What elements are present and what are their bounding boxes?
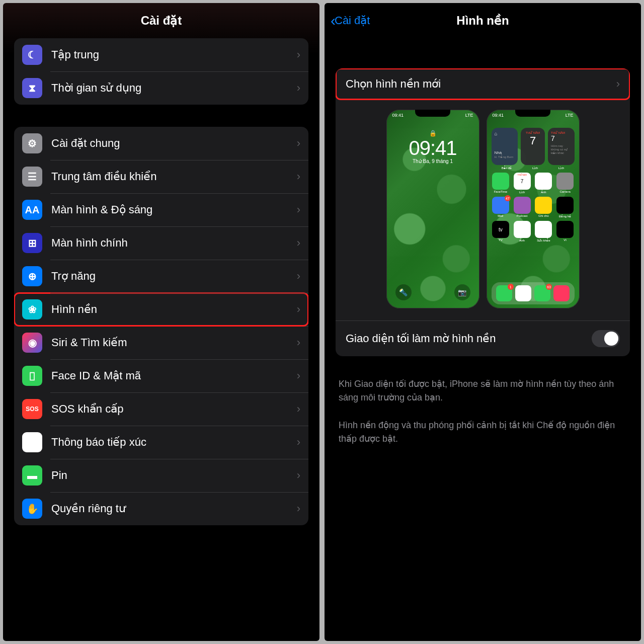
settings-row-pin[interactable]: ▬Pin› — [14, 459, 308, 492]
chevron-right-icon: › — [297, 502, 300, 515]
app-mail: 47Mail — [492, 197, 510, 218]
dock-app-messages: 63 — [534, 285, 550, 301]
back-label: Cài đặt — [335, 14, 370, 27]
chevron-right-icon: › — [297, 469, 300, 482]
dock-app-safari — [515, 285, 531, 301]
home-content: ⌂ Nhà H. Trảng Bom THỨ NĂM 7 THỨ NĂM 7 — [487, 110, 580, 308]
app-ghi chú: Ghi chú — [534, 197, 553, 218]
chevron-right-icon: › — [297, 48, 300, 61]
row-label: Trợ năng — [51, 270, 297, 283]
page-title: Hình nền — [456, 14, 509, 28]
chevron-right-icon: › — [297, 137, 300, 150]
map-widget: ⌂ Nhà H. Trảng Bom — [492, 128, 518, 165]
chevron-right-icon: › — [297, 369, 300, 382]
row-label: Cài đặt chung — [51, 137, 297, 150]
toggles-icon: ☰ — [22, 167, 42, 187]
hourglass-icon: ⧗ — [22, 78, 42, 98]
page-title: Cài đặt — [141, 14, 182, 28]
grid-icon: ⊞ — [22, 233, 42, 253]
lock-bottom-controls: 🔦 📷 — [386, 284, 479, 300]
settings-content[interactable]: ☾Tập trung›⧗Thời gian sử dụng› ⚙Cài đặt … — [3, 38, 319, 641]
row-label: SOS khẩn cấp — [51, 403, 297, 416]
settings-row-siri-t-m-ki-m[interactable]: ◉Siri & Tìm kiếm› — [14, 326, 308, 359]
back-button[interactable]: ‹ Cài đặt — [331, 12, 370, 29]
footer-text-2: Hình nền động và thu phóng phối cảnh bị … — [336, 412, 630, 453]
lock-screen-preview[interactable]: 09:41LTE 🔒 09:41 Thứ Ba, 9 tháng 1 🔦 📷 — [386, 110, 479, 308]
app-ảnh: Ảnh — [513, 221, 531, 242]
row-label: Quyền riêng tư — [51, 502, 297, 515]
calendar-widget: THỨ NĂM 7 — [521, 128, 545, 165]
header: ‹ Cài đặt Hình nền — [325, 3, 641, 38]
hand-icon: ✋ — [22, 499, 42, 519]
settings-row-th-i-gian-s-d-ng[interactable]: ⧗Thời gian sử dụng› — [14, 71, 308, 105]
settings-row-c-i-t-chung[interactable]: ⚙Cài đặt chung› — [14, 127, 308, 160]
chevron-right-icon: › — [297, 270, 300, 283]
settings-row-sos-kh-n-c-p[interactable]: SOSSOS khẩn cấp› — [14, 392, 308, 426]
settings-row-trung-t-m-i-u-khi-n[interactable]: ☰Trung tâm điều khiển› — [14, 160, 308, 193]
header: Cài đặt — [3, 3, 319, 38]
app-camera: Camera — [556, 173, 575, 194]
gear-icon: ⚙ — [22, 133, 42, 153]
settings-row-m-n-h-nh-ch-nh[interactable]: ⊞Màn hình chính› — [14, 226, 308, 260]
home-screen-preview[interactable]: 09:41LTE ⌂ Nhà H. Trảng Bom THỨ NĂM 7 — [487, 110, 580, 308]
app-sức khỏe: Sức khỏe — [534, 221, 553, 242]
chevron-right-icon: › — [297, 170, 300, 183]
chevron-right-icon: › — [297, 236, 300, 250]
settings-row-th-ng-b-o-ti-p-x-c[interactable]: ◎Thông báo tiếp xúc› — [14, 426, 308, 459]
battery-icon: ▬ — [22, 465, 42, 486]
dock: 163 — [492, 282, 575, 304]
settings-panel: Cài đặt ☾Tập trung›⧗Thời gian sử dụng› ⚙… — [3, 3, 319, 641]
wallpaper-previews: 09:41LTE 🔒 09:41 Thứ Ba, 9 tháng 1 🔦 📷 — [336, 100, 630, 320]
settings-row-h-nh-n-n[interactable]: ❀Hình nền› — [14, 293, 308, 326]
chevron-right-icon: › — [297, 303, 300, 316]
row-label: Siri & Tìm kiếm — [51, 336, 297, 349]
dim-wallpaper-row[interactable]: Giao diện tối làm mờ hình nền — [336, 320, 630, 356]
flower-icon: ❀ — [22, 299, 42, 319]
row-label: Màn hình chính — [51, 236, 297, 250]
row-label: Face ID & Mật mã — [51, 369, 297, 382]
row-label: Tập trung — [51, 48, 297, 61]
lock-content: 🔒 09:41 Thứ Ba, 9 tháng 1 — [386, 110, 479, 308]
chevron-right-icon: › — [297, 403, 300, 416]
settings-row-t-p-trung[interactable]: ☾Tập trung› — [14, 38, 308, 71]
camera-icon: 📷 — [454, 284, 470, 300]
app-ảnh: Ảnh — [534, 173, 553, 194]
dim-wallpaper-label: Giao diện tối làm mờ hình nền — [346, 332, 592, 345]
choose-wallpaper-label: Chọn hình nền mới — [346, 77, 616, 91]
settings-group-main: ⚙Cài đặt chung›☰Trung tâm điều khiển›AAM… — [14, 127, 308, 525]
events-widget: THỨ NĂM 7 Hôm nay không có sự kiện khác — [548, 128, 575, 165]
app-đồng hồ: Đồng hồ — [556, 197, 575, 218]
row-label: Thông báo tiếp xúc — [51, 436, 297, 449]
app-podcast: Podcast — [513, 197, 531, 218]
settings-row-face-id-m-t-m-[interactable]: ⌷Face ID & Mật mã› — [14, 359, 308, 392]
settings-row-quy-n-ri-ng-t-[interactable]: ✋Quyền riêng tư› — [14, 492, 308, 525]
row-label: Trung tâm điều khiển — [51, 170, 297, 183]
lock-date: Thứ Ba, 9 tháng 1 — [413, 158, 453, 164]
settings-row-m-n-h-nh-s-ng[interactable]: AAMàn hình & Độ sáng› — [14, 193, 308, 226]
row-label: Màn hình & Độ sáng — [51, 203, 297, 216]
settings-group-focus: ☾Tập trung›⧗Thời gian sử dụng› — [14, 38, 308, 105]
app-lịch: THỨ NĂM7Lịch — [513, 173, 531, 194]
dock-app-phone: 1 — [496, 285, 512, 301]
wallpaper-group: Chọn hình nền mới › 09:41LTE 🔒 09:41 Thứ… — [336, 68, 630, 356]
lock-time: 09:41 — [409, 137, 456, 159]
dim-wallpaper-toggle[interactable] — [592, 330, 620, 347]
chevron-right-icon: › — [297, 203, 300, 216]
moon-icon: ☾ — [22, 45, 42, 65]
settings-row-tr-n-ng[interactable]: ⊕Trợ năng› — [14, 260, 308, 293]
siri-icon: ◉ — [22, 333, 42, 353]
app-facetime: FaceTime — [492, 173, 510, 194]
app-tv: tvTV — [492, 221, 510, 242]
choose-wallpaper-row[interactable]: Chọn hình nền mới › — [336, 68, 630, 100]
sos-icon: SOS — [22, 399, 42, 419]
row-label: Pin — [51, 469, 297, 482]
faceid-icon: ⌷ — [22, 366, 42, 386]
aa-icon: AA — [22, 200, 42, 220]
row-label: Thời gian sử dụng — [51, 82, 297, 95]
row-label: Hình nền — [51, 303, 297, 316]
chevron-right-icon: › — [297, 436, 300, 449]
chevron-right-icon: › — [297, 336, 300, 349]
wallpaper-content[interactable]: Chọn hình nền mới › 09:41LTE 🔒 09:41 Thứ… — [325, 38, 641, 641]
dock-app-music — [553, 285, 570, 301]
exposure-icon: ◎ — [22, 432, 42, 452]
